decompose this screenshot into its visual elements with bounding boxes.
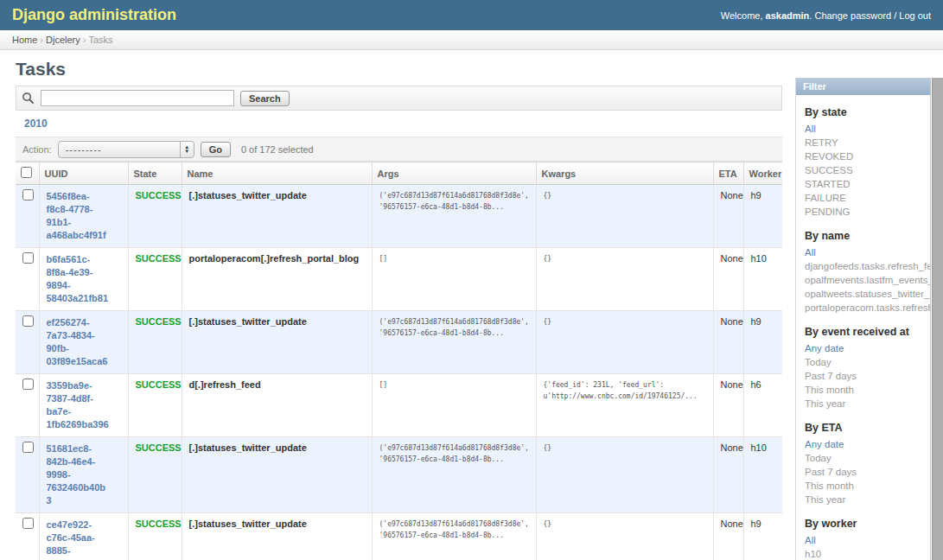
- uuid-link[interactable]: ef256274-7a73-4834-90fb-03f89e15aca6: [47, 316, 111, 368]
- column-header-args[interactable]: Args: [372, 162, 536, 185]
- search-input[interactable]: [41, 90, 234, 106]
- welcome-text: Welcome,: [721, 10, 763, 21]
- row-checkbox[interactable]: [22, 518, 34, 529]
- breadcrumb-home[interactable]: Home: [12, 35, 37, 45]
- browser-scrollbar[interactable]: [932, 78, 943, 560]
- filter-item: Any date: [805, 437, 930, 451]
- table-row: ce47e922-c76c-45aa-8885-c2d853e05dbb SUC…: [16, 513, 782, 560]
- site-title: Django administration: [12, 6, 176, 24]
- column-header-state[interactable]: State: [128, 162, 182, 185]
- page-title: Tasks: [16, 59, 782, 80]
- table-row: ef256274-7a73-4834-90fb-03f89e15aca6 SUC…: [16, 311, 782, 374]
- worker-value: h10: [751, 442, 767, 453]
- uuid-link[interactable]: ce47e922-c76c-45aa-8885-c2d853e05dbb: [47, 519, 111, 560]
- results-table: UUID State Name Args Kwargs ETA Worker 5…: [16, 162, 782, 560]
- table-row: b6fa561c-8f8a-4e39-9894-58403a21fb81 SUC…: [16, 248, 782, 311]
- task-name: [.]statuses_twitter_update: [189, 442, 307, 453]
- date-hierarchy-year-link[interactable]: 2010: [24, 118, 48, 130]
- args-text: ('e97c687d13d87f614a6d81768d8f3d8e', '96…: [379, 316, 531, 339]
- actions-row: Action: --------- ▲ ▼ Go 0 of 172 select…: [16, 137, 782, 162]
- kwargs-text: {}: [544, 519, 708, 530]
- row-checkbox[interactable]: [22, 252, 34, 264]
- row-checkbox[interactable]: [22, 315, 34, 327]
- kwargs-text: {}: [544, 253, 708, 264]
- row-checkbox[interactable]: [22, 189, 34, 200]
- breadcrumb-current: Tasks: [88, 35, 112, 45]
- filter-item: h10: [805, 547, 930, 560]
- args-text: ('e97c687d13d87f614a6d81768d8f3d8e', '96…: [379, 519, 531, 541]
- uuid-link[interactable]: b6fa561c-8f8a-4e39-9894-58403a21fb81: [47, 253, 111, 305]
- filter-item: Past 7 days: [805, 369, 930, 383]
- main-content: Tasks Search 2010 Action: --------- ▲ ▼ …: [16, 50, 782, 560]
- filter-item: All: [805, 533, 930, 547]
- eta-value: None: [721, 190, 743, 200]
- logout-link[interactable]: Log out: [899, 10, 931, 21]
- filter-item: djangofeeds.tasks.refresh_feed: [805, 259, 930, 273]
- column-header-eta[interactable]: ETA: [713, 162, 743, 185]
- table-row: 51681ec8-842b-46e4-9998-7632460b40b3 SUC…: [16, 437, 782, 513]
- worker-value: h9: [751, 519, 761, 529]
- action-label: Action:: [22, 144, 52, 155]
- filter-list-event-received: Any date Today Past 7 days This month Th…: [796, 341, 930, 410]
- state-badge: SUCCESS: [136, 379, 182, 390]
- date-hierarchy: 2010: [16, 111, 782, 137]
- search-toolbar: Search: [16, 86, 782, 111]
- filter-list-eta: Any date Today Past 7 days This month Th…: [796, 437, 930, 506]
- top-header-bar: Django administration Welcome, askadmin.…: [0, 0, 943, 30]
- go-button[interactable]: Go: [201, 142, 231, 157]
- eta-value: None: [721, 253, 743, 264]
- column-header-worker[interactable]: Worker: [743, 162, 782, 185]
- select-stepper-icon: ▲ ▼: [180, 142, 194, 157]
- state-badge: SUCCESS: [136, 190, 182, 200]
- state-badge: SUCCESS: [136, 519, 182, 529]
- worker-value: h10: [751, 253, 767, 264]
- kwargs-text: {}: [544, 190, 708, 201]
- filter-list-state: All RETRY REVOKED SUCCESS STARTED FAILUR…: [796, 122, 930, 219]
- filter-item: portaloperacom.tasks.refresh_portal_blog: [805, 301, 930, 315]
- action-counter: 0 of 172 selected: [241, 144, 314, 155]
- filter-item: RETRY: [805, 136, 930, 150]
- args-text: ('e97c687d13d87f614a6d81768d8f3d8e', '96…: [379, 190, 531, 213]
- column-header-uuid[interactable]: UUID: [39, 162, 128, 185]
- args-text: ('e97c687d13d87f614a6d81768d8f3d8e', '96…: [379, 442, 531, 465]
- filter-item: Past 7 days: [805, 465, 930, 479]
- args-text: []: [379, 253, 531, 264]
- state-badge: SUCCESS: [136, 253, 182, 264]
- filter-item: Any date: [805, 341, 930, 355]
- select-all-checkbox[interactable]: [21, 167, 32, 178]
- worker-value: h9: [751, 316, 761, 327]
- uuid-link[interactable]: 51681ec8-842b-46e4-9998-7632460b40b3: [47, 442, 111, 507]
- eta-value: None: [721, 316, 743, 327]
- filter-item: REVOKED: [805, 150, 930, 163]
- task-name: portaloperacom[.]refresh_portal_blog: [189, 253, 360, 264]
- user-tools: Welcome, askadmin. Change password / Log…: [721, 10, 931, 21]
- filter-heading-name: By name: [796, 230, 930, 242]
- args-text: []: [379, 379, 531, 391]
- row-checkbox[interactable]: [22, 379, 34, 390]
- eta-value: None: [721, 379, 743, 390]
- column-header-kwargs[interactable]: Kwargs: [536, 162, 713, 185]
- username: askadmin: [766, 10, 810, 21]
- breadcrumb-app[interactable]: Djcelery: [46, 35, 80, 45]
- task-name: [.]statuses_twitter_update: [189, 316, 307, 327]
- filter-item: FAILURE: [805, 191, 930, 205]
- column-header-name[interactable]: Name: [182, 162, 372, 185]
- uuid-link[interactable]: 3359ba9e-7387-4d8f-ba7e-1fb6269ba396: [47, 379, 111, 431]
- action-selected-option: ---------: [59, 144, 102, 155]
- task-name: [.]statuses_twitter_update: [189, 519, 307, 529]
- filter-list-worker: All h10 h8 h6: [796, 533, 930, 560]
- filter-item: STARTED: [805, 177, 930, 191]
- task-name: [.]statuses_twitter_update: [189, 190, 307, 200]
- kwargs-text: {}: [544, 316, 708, 328]
- change-password-link[interactable]: Change password: [814, 10, 891, 21]
- uuid-link[interactable]: 5456f8ea-f8c8-4778-91b1-a468abc4f91f: [47, 190, 111, 242]
- row-checkbox[interactable]: [22, 442, 34, 453]
- action-select[interactable]: --------- ▲ ▼: [58, 141, 194, 158]
- worker-value: h6: [751, 379, 761, 390]
- task-name: d[.]refresh_feed: [189, 379, 261, 390]
- select-all-header: [16, 162, 39, 185]
- filter-title: Filter: [796, 78, 930, 95]
- search-button[interactable]: Search: [240, 91, 290, 106]
- eta-value: None: [721, 519, 743, 529]
- kwargs-text: {'feed_id': 231L, 'feed_url': u'http://w…: [544, 379, 708, 402]
